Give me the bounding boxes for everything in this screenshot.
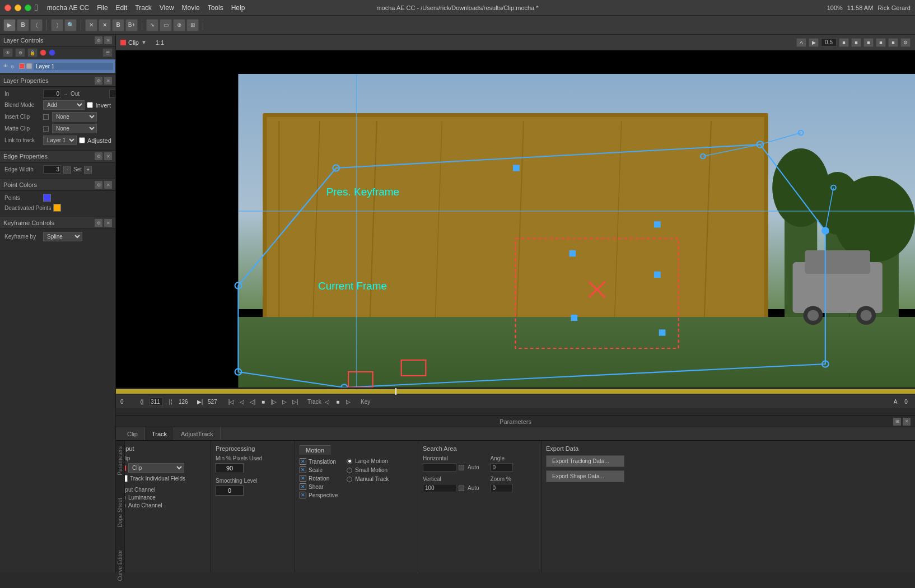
key-btn2[interactable]: 0 [902,397,911,406]
link-track-select[interactable]: Layer 1 [43,136,77,145]
zoom-tool-btn[interactable]: 🔍 [64,19,77,31]
invert-checkbox[interactable] [87,102,93,108]
angle-input[interactable] [491,463,513,472]
adjusted-checkbox[interactable] [79,137,85,143]
stop-btn[interactable]: ■ [259,397,268,406]
pan-tool-btn[interactable]: 〉 [51,19,63,31]
menu-edit[interactable]: Edit [116,4,128,12]
auto-h-checkbox[interactable] [459,465,464,470]
ep-settings-icon[interactable]: ⚙ [95,152,102,160]
b-spline-btn[interactable]: B [17,19,29,31]
blend-mode-select[interactable]: Add [43,100,85,110]
menu-help[interactable]: Help [231,4,245,12]
auto-v-checkbox[interactable] [459,486,464,491]
close-button[interactable] [4,4,11,11]
play-end-btn[interactable]: ▷| [291,397,300,406]
gear-icon[interactable]: ⚙ [15,48,25,57]
clip-toggle2[interactable]: ■ [851,38,861,47]
clip-toggle3[interactable]: ■ [863,38,874,47]
x-spline-btn[interactable]: ✕ [99,19,111,31]
blue-icon[interactable] [49,49,55,56]
pc-settings-icon[interactable]: ⚙ [95,181,102,189]
edge-width-plus[interactable]: + [84,166,92,174]
lc-close-icon[interactable]: ✕ [104,36,112,44]
clip-dropdown-arrow[interactable]: ▼ [141,39,147,45]
clip-alpha-btn[interactable]: A [796,38,806,47]
layer-name-badge[interactable]: Layer 1 [34,63,113,70]
eye-icon[interactable]: 👁 [3,48,13,57]
clip-settings-btn[interactable]: ⚙ [900,38,911,47]
params-expand-icon[interactable]: ⊞ [893,418,901,426]
layer-row-1[interactable]: 👁 ⚙ Layer 1 [0,59,115,73]
play-start-btn[interactable]: |◁ [227,397,236,406]
small-motion-radio[interactable] [347,468,352,473]
insert-clip-select[interactable]: None [52,112,97,122]
perspective-check[interactable]: ✕ [300,492,306,498]
in-value-input[interactable] [43,90,61,98]
lock-icon[interactable]: 🔒 [27,48,38,57]
large-motion-radio[interactable] [347,459,352,464]
track-fwd-btn[interactable]: ▷ [344,397,353,406]
clip-opacity-input[interactable] [821,38,837,46]
min-px-input[interactable] [216,463,244,473]
select-tool-btn[interactable]: ▶ [3,19,16,31]
frame-back-btn[interactable]: ◁| [248,397,257,406]
kf-close-icon[interactable]: ✕ [104,219,112,227]
shear-check[interactable]: ✕ [300,483,306,490]
b-plus-btn[interactable]: B+ [125,19,138,31]
clip-dd-select[interactable]: Clip [128,463,184,473]
pc-close-icon[interactable]: ✕ [104,181,112,189]
clip-toggle1[interactable]: ■ [839,38,849,47]
keyframe-by-select[interactable]: Spline [43,232,82,241]
tc-nextmarker-btn[interactable]: ▶| [195,397,204,406]
step-back-btn[interactable]: ◁ [237,397,246,406]
points-color-swatch[interactable] [43,194,51,202]
curve-btn[interactable]: ∿ [146,19,158,31]
menu-app[interactable]: mocha AE CC [47,4,89,12]
edge-width-input[interactable] [43,165,61,174]
menu-file[interactable]: File [97,4,108,12]
menu-tools[interactable]: Tools [208,4,223,12]
current-frame-input[interactable] [150,398,163,406]
menu-movie[interactable]: Movie [182,4,200,12]
minimize-button[interactable] [15,4,21,11]
track-back-btn[interactable]: ◁ [323,397,332,406]
color-icon[interactable] [40,49,46,56]
clip-toggle4[interactable]: ■ [876,38,886,47]
b-btn2[interactable]: B [112,19,124,31]
rotation-check[interactable]: ✕ [300,475,306,482]
frame-fwd-btn[interactable]: |▷ [269,397,278,406]
lc-menu-icon[interactable]: ☰ [102,48,113,57]
deactivated-color-swatch[interactable] [53,204,61,212]
translation-check[interactable]: ✕ [300,458,306,465]
rect-btn[interactable]: ▭ [160,19,172,31]
tc-rewind-btn[interactable]: ⟨| [137,397,146,406]
tab-adjusttrack[interactable]: AdjustTrack [174,427,221,440]
manual-track-radio[interactable] [347,477,352,482]
key-btn1[interactable]: A [891,397,900,406]
horizontal-input[interactable] [423,463,456,472]
maximize-button[interactable] [25,4,31,11]
edge-width-minus[interactable]: - [63,166,71,174]
clip-view-btn[interactable]: ▶ [809,38,819,47]
ep-close-icon[interactable]: ✕ [104,152,112,160]
menu-track[interactable]: Track [135,4,152,12]
export-tracking-btn[interactable]: Export Tracking Data... [546,455,624,467]
clip-toggle5[interactable]: ■ [888,38,898,47]
play-btn[interactable]: ▷ [280,397,289,406]
vertical-input[interactable] [423,484,456,492]
smoothing-input[interactable] [216,486,244,496]
scale-check[interactable]: ✕ [300,466,306,473]
menu-view[interactable]: View [160,4,174,12]
track-stop-btn[interactable]: ■ [333,397,342,406]
kf-settings-icon[interactable]: ⚙ [95,219,102,227]
tc-prev-btn[interactable]: |⟨ [166,397,175,406]
lc-settings-icon[interactable]: ⚙ [95,36,102,44]
add-mask-btn[interactable]: ✕ [85,19,97,31]
layer-settings[interactable]: ⚙ [11,63,17,69]
motion-tab-btn[interactable]: Motion [300,445,330,455]
tab-track[interactable]: Track [145,427,174,440]
lp-close-icon[interactable]: ✕ [104,77,112,85]
ellipse-btn[interactable]: ⊕ [173,19,185,31]
bezier-btn[interactable]: 〈 [30,19,43,31]
